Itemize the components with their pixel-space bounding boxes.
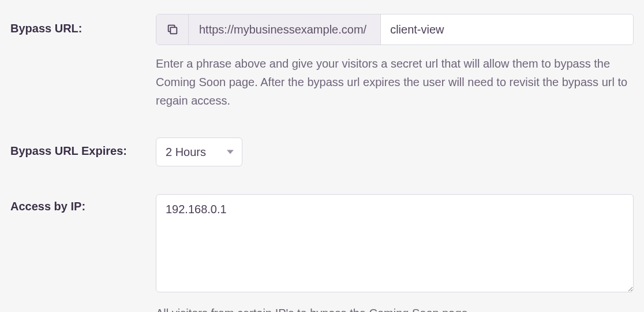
svg-rect-0: [170, 27, 177, 34]
bypass-url-label: Bypass URL:: [10, 14, 156, 35]
access-ip-control: All visitors from certain IP's to bypass…: [156, 194, 634, 312]
expires-row: Bypass URL Expires: 2 Hours: [10, 138, 634, 166]
expires-control: 2 Hours: [156, 138, 634, 166]
copy-icon-button[interactable]: [156, 14, 189, 44]
expires-select[interactable]: 2 Hours: [156, 138, 242, 166]
expires-select-value: 2 Hours: [166, 146, 206, 159]
access-ip-label: Access by IP:: [10, 194, 156, 213]
access-ip-textarea[interactable]: [156, 194, 634, 292]
bypass-url-input-group: https://mybusinessexample.com/: [156, 14, 634, 45]
copy-icon: [166, 23, 179, 36]
access-ip-row: Access by IP: All visitors from certain …: [10, 194, 634, 312]
access-ip-help: All visitors from certain IP's to bypass…: [156, 304, 629, 312]
expires-label: Bypass URL Expires:: [10, 138, 156, 158]
bypass-url-input[interactable]: [381, 14, 633, 44]
bypass-url-row: Bypass URL: https://mybusinessexample.co…: [10, 14, 634, 110]
bypass-url-prefix: https://mybusinessexample.com/: [189, 14, 381, 44]
bypass-url-help: Enter a phrase above and give your visit…: [156, 54, 629, 110]
settings-form: Bypass URL: https://mybusinessexample.co…: [0, 0, 644, 312]
chevron-down-icon: [227, 150, 234, 154]
bypass-url-control: https://mybusinessexample.com/ Enter a p…: [156, 14, 634, 110]
